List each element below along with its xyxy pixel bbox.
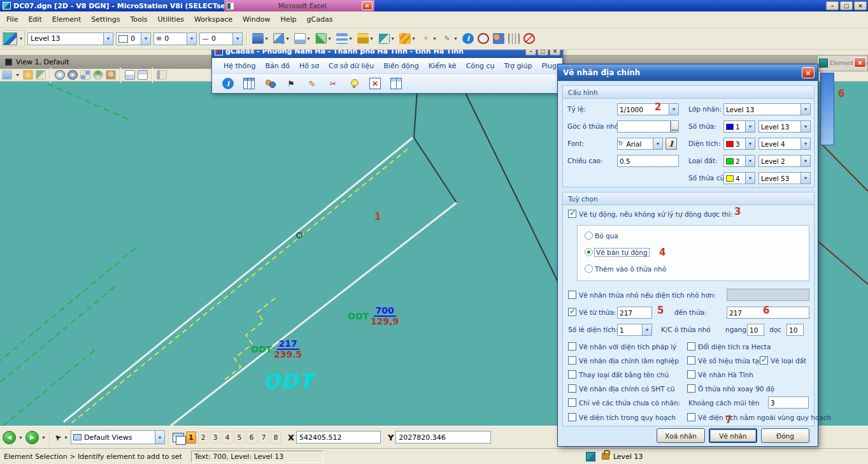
chevron-down-icon[interactable] xyxy=(745,156,755,166)
hecta-checkbox[interactable] xyxy=(687,342,695,351)
background-window-titlebar[interactable]: Microsoft Excel × xyxy=(224,0,374,11)
element-template-button[interactable] xyxy=(2,30,25,47)
angle-field[interactable] xyxy=(617,120,671,133)
gcadas-menu-bien-dong[interactable]: Biến động xyxy=(383,62,419,70)
delete-labels-button[interactable]: Xoá nhãn xyxy=(657,428,705,443)
menu-edit[interactable]: Edit xyxy=(23,13,46,26)
owner-name-checkbox[interactable] xyxy=(568,370,576,379)
out-planning-checkbox[interactable] xyxy=(687,413,695,421)
chevron-down-icon[interactable] xyxy=(155,431,164,444)
active-lineweight-combo[interactable]: — 0 xyxy=(199,33,243,45)
element-selection-close-button[interactable]: × xyxy=(854,57,866,68)
menu-element[interactable]: Element xyxy=(47,13,87,26)
land-type-level-combo[interactable]: Level 2 xyxy=(758,155,811,167)
dialog-close-button[interactable]: × xyxy=(802,67,815,78)
skip-radio[interactable] xyxy=(585,231,593,240)
view-toggle-3[interactable]: 3 xyxy=(210,431,220,444)
snap-mode-icon[interactable] xyxy=(586,452,595,461)
arrow-spacing-field[interactable]: 3 xyxy=(768,396,809,409)
gcadas-menu-ban-do[interactable]: Bản đồ xyxy=(266,62,290,70)
flag-icon[interactable]: ⚑ xyxy=(285,78,297,89)
table-icon[interactable] xyxy=(390,78,402,89)
info-icon[interactable]: i xyxy=(222,78,234,89)
parcel-no-level-combo[interactable]: Level 13 xyxy=(758,120,811,133)
close-dialog-button[interactable]: Đóng xyxy=(761,428,809,443)
chevron-down-icon[interactable] xyxy=(653,138,662,149)
old-no-color-combo[interactable]: 4 xyxy=(723,172,755,184)
references-button[interactable] xyxy=(294,31,312,47)
view-toggle-6[interactable]: 6 xyxy=(246,431,257,444)
models-button[interactable] xyxy=(273,31,291,47)
forward-button[interactable]: ▶ xyxy=(25,431,39,444)
maximize-button[interactable]: □ xyxy=(840,1,853,10)
small-cell-radio[interactable] xyxy=(585,265,593,273)
view-toggles-icon[interactable] xyxy=(173,433,184,442)
gcadas-menu-csdl[interactable]: Cơ sở dữ liệu xyxy=(329,62,374,70)
chevron-down-icon[interactable] xyxy=(745,121,755,132)
label-level-combo[interactable]: Level 13 xyxy=(723,103,811,115)
forestry-checkbox[interactable] xyxy=(568,356,576,365)
chevron-down-icon[interactable] xyxy=(41,435,46,440)
rotate-view-icon[interactable] xyxy=(93,70,103,80)
chevron-down-icon[interactable] xyxy=(141,33,150,45)
chevron-down-icon[interactable] xyxy=(669,104,678,115)
view-toggle-8[interactable]: 8 xyxy=(271,431,281,444)
temp-no-checkbox[interactable] xyxy=(687,356,695,365)
map-table-icon[interactable] xyxy=(243,78,255,89)
zoom-in-icon[interactable] xyxy=(55,70,65,80)
from-parcel-field[interactable]: 217 xyxy=(617,307,652,319)
chevron-down-icon[interactable] xyxy=(232,33,242,45)
redline-button[interactable]: ✎ xyxy=(441,31,459,47)
brightness-button[interactable]: ☀ xyxy=(420,31,438,47)
collaborate-button[interactable] xyxy=(492,31,505,47)
angle-more-button[interactable]: ... xyxy=(671,120,679,133)
semi-auto-radio[interactable] xyxy=(585,248,593,256)
parcel-no-color-combo[interactable]: 1 xyxy=(723,120,755,133)
from-parcel-checkbox[interactable] xyxy=(568,308,576,316)
chevron-down-icon[interactable] xyxy=(18,435,24,440)
view-group-combo[interactable]: Default Views xyxy=(71,430,165,444)
old-sht-checkbox[interactable] xyxy=(568,384,576,393)
gcadas-menu-ho-so[interactable]: Hồ sơ xyxy=(299,62,319,70)
cut-icon[interactable]: ✂ xyxy=(327,78,339,89)
lock-icon[interactable] xyxy=(602,453,609,460)
info-button[interactable]: i xyxy=(462,31,474,47)
legal-area-checkbox[interactable] xyxy=(568,342,576,351)
layers-button[interactable] xyxy=(399,31,417,47)
active-level-combo[interactable]: Level 13 xyxy=(27,33,113,45)
gcadas-menu-tro-giup[interactable]: Trợ giúp xyxy=(504,62,532,70)
pan-view-icon[interactable] xyxy=(106,70,116,80)
menu-help[interactable]: Help xyxy=(275,13,301,26)
grid-button[interactable] xyxy=(508,31,520,47)
background-close-button[interactable]: × xyxy=(362,1,373,10)
menu-utilities[interactable]: Utilities xyxy=(153,13,189,26)
level-display-button[interactable] xyxy=(336,31,354,47)
decimals-combo[interactable]: 1 xyxy=(617,324,652,336)
chevron-down-icon[interactable] xyxy=(800,156,810,166)
menu-settings[interactable]: Settings xyxy=(86,13,125,26)
view-toggle-2[interactable]: 2 xyxy=(198,431,208,444)
find-button[interactable] xyxy=(477,31,490,47)
height-field[interactable]: 0.5 xyxy=(617,155,679,167)
chevron-down-icon[interactable] xyxy=(800,104,810,115)
x-coordinate-field[interactable]: 542405.512 xyxy=(296,431,381,444)
copy-view-icon[interactable] xyxy=(157,70,167,80)
y-coordinate-field[interactable]: 2027820.346 xyxy=(395,431,491,444)
view-toggle-4[interactable]: 4 xyxy=(222,431,232,444)
chevron-down-icon[interactable] xyxy=(800,173,810,184)
menu-window[interactable]: Window xyxy=(238,13,275,26)
adjust-brightness-icon[interactable] xyxy=(23,70,33,80)
draw-land-type-checkbox[interactable] xyxy=(760,356,768,365)
saved-views-button[interactable] xyxy=(357,31,375,47)
min-area-checkbox[interactable] xyxy=(568,291,576,299)
in-planning-checkbox[interactable] xyxy=(568,413,576,421)
rotate90-checkbox[interactable] xyxy=(687,384,695,393)
dialog-titlebar[interactable]: Vẽ nhãn địa chính xyxy=(558,64,818,81)
minimize-button[interactable]: – xyxy=(826,1,839,10)
cells-button[interactable] xyxy=(378,31,396,47)
chevron-down-icon[interactable] xyxy=(745,173,755,184)
menu-file[interactable]: File xyxy=(1,13,23,26)
area-level-combo[interactable]: Level 4 xyxy=(758,138,811,150)
active-class-button[interactable] xyxy=(252,31,270,47)
view-previous-icon[interactable] xyxy=(125,70,135,80)
